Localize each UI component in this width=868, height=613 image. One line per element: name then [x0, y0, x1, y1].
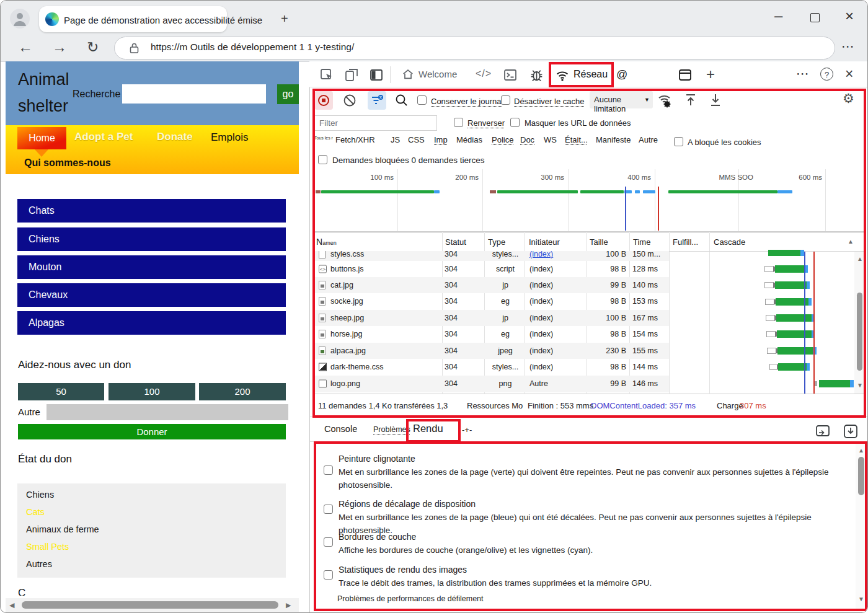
dock-layout-icon[interactable] [678, 68, 693, 82]
search-input[interactable] [122, 84, 266, 104]
filter-img[interactable]: Imp [434, 135, 448, 144]
column-header-initiator[interactable]: Initiateur [529, 237, 560, 247]
category-alpagas[interactable]: Alpagas [17, 311, 286, 335]
table-row[interactable]: alpaca.jpg 304 jpeg (index) 230 B 155 ms [314, 343, 669, 359]
scroll-down-icon[interactable]: ▼ [857, 382, 863, 389]
devtools-menu-button[interactable]: ⋯ [796, 66, 809, 81]
drawer-tab-console[interactable]: Console [324, 424, 357, 434]
filter-media[interactable]: Médias [456, 135, 482, 144]
filter-ws[interactable]: WS [544, 135, 557, 144]
scroll-up-icon[interactable]: ▲ [858, 447, 864, 454]
tab-elements-icon[interactable]: </> [476, 68, 492, 79]
forward-button[interactable]: → [52, 38, 67, 56]
layout-shift-checkbox[interactable] [324, 505, 333, 514]
category-chiens[interactable]: Chiens [17, 227, 286, 251]
category-chevaux[interactable]: Chevaux [17, 283, 286, 307]
filter-input[interactable] [314, 115, 437, 131]
search-go-button[interactable]: go [277, 84, 299, 104]
drawer-tab-rendering[interactable]: Rendu [413, 423, 443, 434]
back-button[interactable]: ← [18, 38, 33, 56]
request-initiator[interactable]: (index) [529, 251, 553, 258]
option-title[interactable]: Problèmes de performances de défilement [337, 594, 484, 603]
network-overview[interactable] [312, 187, 864, 232]
tab-console-icon[interactable] [503, 68, 518, 82]
disable-cache-label[interactable]: Désactiver le cache [514, 97, 584, 106]
devtools-close-button[interactable]: × [845, 66, 853, 82]
request-initiator[interactable]: (index) [529, 297, 553, 306]
column-header-type[interactable]: Type [488, 237, 505, 247]
request-initiator[interactable]: (index) [529, 281, 553, 289]
request-initiator[interactable]: (index) [529, 363, 553, 371]
table-row[interactable]: dark-theme.css 304 styles... (index) 98 … [314, 359, 669, 376]
column-header-status[interactable]: Statut [445, 237, 466, 247]
option-title[interactable]: Peinture clignotante [339, 454, 415, 464]
close-button[interactable]: × [845, 7, 854, 25]
table-row[interactable]: logo.png 304 png Autre 99 B 146 ms [314, 376, 669, 392]
paint-flashing-checkbox[interactable] [324, 465, 333, 475]
scroll-left-icon[interactable]: ◀ [9, 601, 14, 609]
table-row[interactable]: <> buttons.js 304 script (index) 98 B 12… [314, 261, 669, 277]
new-tab-button[interactable]: + [281, 12, 288, 26]
dock-drawer-icon[interactable] [815, 425, 830, 438]
drawer-tab-problems[interactable]: Problèmes [373, 425, 410, 434]
column-header-name[interactable]: Namen [316, 237, 391, 247]
tab-welcome[interactable]: Welcome [401, 66, 463, 84]
filter-css[interactable]: CSS [408, 135, 425, 144]
tab-debugger-icon[interactable] [529, 67, 544, 82]
disable-cache-checkbox[interactable] [501, 95, 510, 105]
scroll-right-icon[interactable]: ▶ [286, 601, 291, 609]
export-har-icon[interactable] [709, 92, 722, 107]
nav-donate[interactable]: Donate [157, 131, 193, 143]
more-tabs-button[interactable]: + [706, 66, 715, 83]
amount-50-button[interactable]: 50 [18, 383, 104, 400]
request-initiator[interactable]: (index) [529, 265, 553, 273]
maximize-button[interactable] [810, 13, 820, 22]
nav-jobs[interactable]: Emplois [211, 131, 248, 144]
blocked-requests-checkbox[interactable] [318, 155, 327, 164]
reload-button[interactable]: ↻ [87, 39, 99, 56]
expand-drawer-icon[interactable] [843, 423, 859, 439]
hide-data-urls-checkbox[interactable] [510, 118, 520, 127]
preserve-log-label[interactable]: Conserver le journal [431, 97, 503, 106]
category-chats[interactable]: Chats [17, 199, 286, 223]
filter-state[interactable]: Était... [565, 135, 588, 144]
amount-200-button[interactable]: 200 [199, 383, 286, 400]
option-title[interactable]: Régions de décalage de disposition [339, 499, 476, 509]
network-conditions-icon[interactable] [657, 92, 674, 108]
donate-submit-button[interactable]: Donner [18, 424, 286, 439]
column-header-time[interactable]: Time [633, 237, 650, 247]
vscroll-thumb[interactable] [858, 457, 864, 495]
frame-rendering-stats-checkbox[interactable] [324, 570, 333, 580]
network-settings-gear-icon[interactable]: ⚙ [843, 91, 854, 106]
invert-label[interactable]: Renverser [467, 118, 505, 128]
request-initiator[interactable]: (index) [529, 330, 553, 338]
filter-all[interactable]: Tous les requ [314, 136, 333, 140]
vscroll-thumb[interactable] [857, 293, 862, 371]
hide-data-urls-label[interactable]: Masquer les URL de données [525, 118, 631, 128]
inspect-icon[interactable] [319, 68, 334, 82]
dock-side-icon[interactable] [369, 68, 384, 82]
preserve-log-checkbox[interactable] [417, 95, 427, 105]
nav-about[interactable]: Qui sommes-nous [24, 157, 111, 169]
blocked-cookies-label[interactable]: A bloqué les cookies [688, 138, 761, 147]
blocked-cookies-checkbox[interactable] [674, 137, 683, 146]
filter-js[interactable]: JS [391, 135, 400, 144]
sort-arrow-icon[interactable]: ▲ [848, 238, 854, 245]
blocked-requests-label[interactable]: Demandes bloquées 0 demandes tierces [332, 156, 484, 165]
filter-font[interactable]: Police [492, 135, 513, 144]
hscroll-thumb[interactable] [22, 601, 278, 609]
nav-home[interactable]: Home [17, 127, 66, 149]
request-initiator[interactable]: (index) [529, 314, 553, 322]
column-header-waterfall[interactable]: Cascade [714, 237, 745, 247]
filter-doc[interactable]: Doc [520, 135, 534, 144]
search-icon[interactable] [395, 94, 408, 107]
help-button[interactable]: ? [820, 68, 833, 81]
option-title[interactable]: Bordures de couche [339, 532, 416, 542]
filter-manifest[interactable]: Manifeste [596, 135, 631, 144]
url-text[interactable]: https://m Outils de développement 1 1 y-… [151, 42, 354, 53]
device-toolbar-icon[interactable] [344, 68, 359, 82]
column-header-fulfilled[interactable]: Fulfill... [673, 237, 698, 247]
scroll-up-icon[interactable]: ▲ [857, 255, 863, 262]
profile-avatar[interactable] [10, 9, 30, 29]
table-row[interactable]: sheep.jpg 304 jp (index) 100 B 167 ms [314, 310, 669, 326]
